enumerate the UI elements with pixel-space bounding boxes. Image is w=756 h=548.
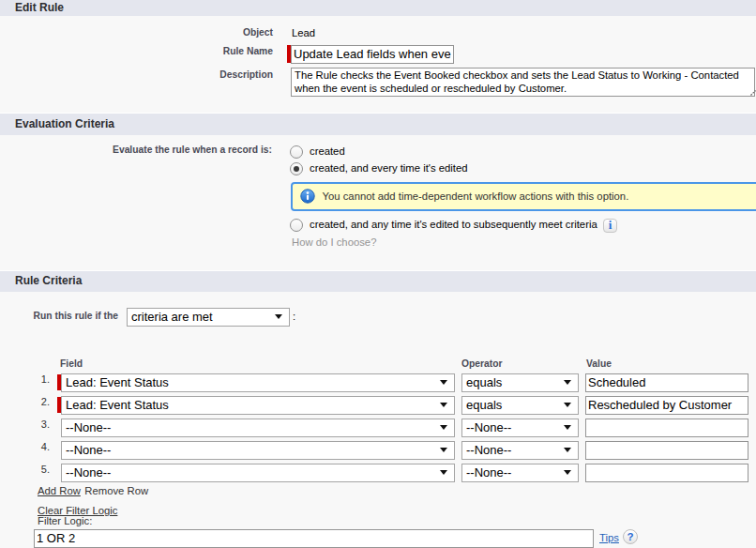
field-select-row-2[interactable]: Lead: Event Status <box>61 396 455 415</box>
select-arrow-icon <box>440 403 447 407</box>
match-type-value: criteria are met <box>131 311 213 324</box>
info-icon <box>300 189 315 204</box>
evaluation-criteria-title: Evaluation Criteria <box>15 118 114 129</box>
field-select-row-5[interactable]: --None-- <box>61 464 455 482</box>
operator-select-value: --None-- <box>466 444 511 457</box>
object-value: Lead <box>292 27 315 38</box>
object-label: Object <box>0 27 273 38</box>
operator-select-row-3[interactable]: --None-- <box>461 419 579 437</box>
field-select-row-3[interactable]: --None-- <box>61 419 455 437</box>
select-arrow-icon <box>564 448 571 452</box>
value-input-row-5[interactable] <box>585 464 748 482</box>
page-title: Edit Rule <box>15 2 64 13</box>
field-select-value: --None-- <box>66 466 111 480</box>
select-arrow-icon <box>440 425 447 430</box>
match-type-select[interactable]: criteria are met <box>127 308 290 327</box>
select-arrow-icon <box>564 470 571 475</box>
evaluate-label: Evaluate the rule when a record is: <box>0 145 272 155</box>
select-arrow-icon <box>564 380 571 385</box>
radio-created-every-edit[interactable] <box>290 162 303 175</box>
add-row-link[interactable]: Add Row <box>38 485 81 496</box>
remove-row-link[interactable]: Remove Row <box>84 485 148 496</box>
info-button-icon: i <box>609 219 612 232</box>
select-arrow-icon <box>564 403 571 407</box>
description-label: Description <box>0 69 273 80</box>
rule-criteria-title: Rule Criteria <box>15 275 82 286</box>
how-do-i-choose-link[interactable]: How do I choose? <box>292 236 376 248</box>
select-arrow-icon <box>440 380 447 385</box>
filter-logic-input[interactable] <box>34 529 594 548</box>
value-column-header: Value <box>586 358 612 369</box>
rule-name-input[interactable] <box>291 45 454 64</box>
value-input-row-4[interactable] <box>585 441 748 460</box>
run-rule-label: Run this rule if the <box>0 311 118 321</box>
value-input-row-2[interactable] <box>585 396 748 415</box>
field-column-header: Field <box>60 358 83 369</box>
operator-select-value: --None-- <box>466 466 511 480</box>
radio-created-every-edit-label[interactable]: created, and every time it's edited <box>310 162 468 175</box>
operator-select-row-1[interactable]: equals <box>461 373 579 392</box>
row-number: 1. <box>0 374 50 385</box>
field-select-row-4[interactable]: --None-- <box>61 441 455 460</box>
row-number: 4. <box>0 442 50 452</box>
row-number: 5. <box>0 464 50 475</box>
field-select-value: --None-- <box>66 444 111 457</box>
select-arrow-icon <box>440 470 447 475</box>
help-icon[interactable]: ? <box>623 529 638 544</box>
radio-created-subsequent[interactable] <box>290 219 303 232</box>
select-arrow-icon <box>564 425 571 430</box>
field-select-row-1[interactable]: Lead: Event Status <box>61 373 455 392</box>
question-mark-icon: ? <box>627 531 633 542</box>
evaluation-criteria-header: Evaluation Criteria <box>0 113 756 135</box>
operator-select-row-2[interactable]: equals <box>461 396 579 415</box>
warning-message-box: You cannot add time-dependent workflow a… <box>291 182 756 211</box>
colon-text: : <box>293 311 295 322</box>
select-arrow-icon <box>275 314 282 319</box>
rule-name-label: Rule Name <box>0 46 273 56</box>
operator-select-value: --None-- <box>466 421 511 434</box>
radio-created[interactable] <box>290 145 303 159</box>
edit-rule-header: Edit Rule <box>0 0 756 16</box>
operator-select-row-5[interactable]: --None-- <box>461 464 579 482</box>
operator-column-header: Operator <box>461 358 503 369</box>
rule-criteria-header: Rule Criteria <box>0 270 756 292</box>
description-textarea[interactable]: The Rule checks the Event Booked checkbo… <box>291 68 755 97</box>
warning-text: You cannot add time-dependent workflow a… <box>323 190 629 202</box>
field-select-value: --None-- <box>66 421 111 434</box>
select-arrow-icon <box>440 448 447 452</box>
value-input-row-3[interactable] <box>585 419 748 437</box>
field-select-value: Lead: Event Status <box>66 376 169 389</box>
row-number: 2. <box>0 397 50 407</box>
radio-created-subsequent-label[interactable]: created, and any time it's edited to sub… <box>310 219 597 231</box>
filter-logic-label: Filter Logic: <box>38 515 92 526</box>
tips-link[interactable]: Tips <box>599 532 619 543</box>
radio-created-label[interactable]: created <box>310 145 345 158</box>
operator-select-row-4[interactable]: --None-- <box>461 441 579 460</box>
value-input-row-1[interactable] <box>585 373 748 392</box>
operator-select-value: equals <box>466 399 502 412</box>
operator-select-value: equals <box>466 376 502 389</box>
row-number: 3. <box>0 419 50 430</box>
field-select-value: Lead: Event Status <box>66 399 169 412</box>
edit-rule-page: Edit Rule Object Lead Rule Name Descript… <box>0 0 756 548</box>
info-button[interactable]: i <box>603 219 617 234</box>
